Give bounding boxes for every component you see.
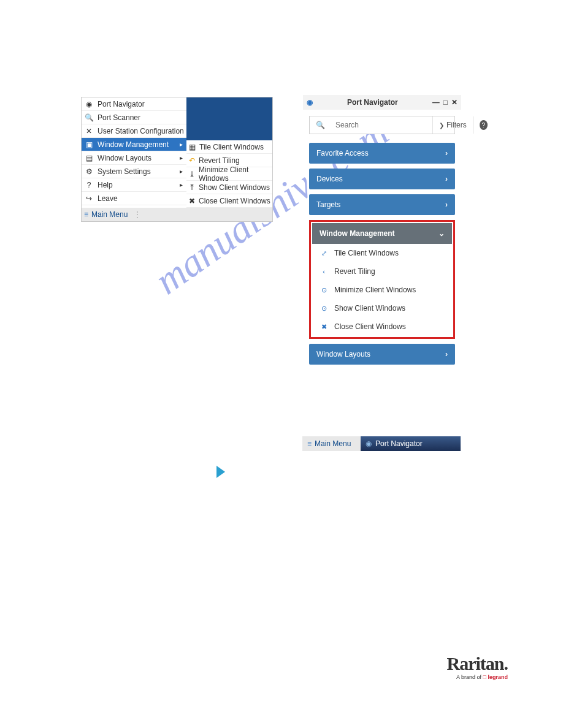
menu-item-user-station[interactable]: ✕ User Station Configuration (82, 124, 186, 138)
submenu-item-close[interactable]: ✖ Close Client Windows (186, 194, 272, 208)
wm-item-minimize[interactable]: ⊙ Minimize Client Windows (312, 281, 452, 299)
chevron-right-icon: ▸ (180, 154, 186, 161)
menu-item-window-management[interactable]: ▣ Window Management ▸ (82, 138, 186, 151)
section-label: Window Layouts (316, 350, 370, 358)
play-bullet-icon (216, 466, 225, 478)
layout-icon: ▤ (84, 154, 94, 162)
menu-item-leave[interactable]: ↪ Leave (82, 192, 186, 205)
chevron-right-icon: › (445, 149, 448, 157)
menu-item-port-navigator[interactable]: ◉ Port Navigator (82, 97, 186, 111)
menu-label: User Station Configuration (98, 127, 184, 135)
tile-icon: ⤢ (320, 249, 328, 257)
window-title: Port Navigator (316, 98, 429, 107)
compass-icon: ◉ (307, 98, 313, 107)
wm-item-revert[interactable]: ‹ Revert Tiling (312, 262, 452, 281)
submenu-label: Close Client Windows (199, 197, 270, 205)
close-icon: ✖ (189, 197, 195, 205)
show-icon: ⊙ (320, 305, 328, 313)
tile-icon: ▦ (189, 143, 196, 151)
search-icon[interactable]: 🔍 (310, 116, 331, 134)
taskbar-port-navigator[interactable]: ◉ Port Navigator (361, 436, 427, 451)
compass-icon: ◉ (84, 100, 94, 108)
wm-item-label: Minimize Client Windows (334, 286, 416, 294)
grip-icon: ⋮ (134, 210, 141, 219)
search-icon: 🔍 (84, 113, 94, 122)
menu-label: System Settings (98, 167, 151, 176)
submenu: ▦ Tile Client Windows ↶ Revert Tiling ⤓ … (186, 140, 272, 208)
section-label: Targets (316, 200, 340, 209)
wm-item-show[interactable]: ⊙ Show Client Windows (312, 299, 452, 317)
chevron-right-icon: › (445, 350, 448, 358)
main-menu-label: Main Menu (91, 210, 128, 219)
hamburger-icon: ≡ (307, 439, 311, 448)
window-management-box: Window Management ⌄ ⤢ Tile Client Window… (309, 220, 455, 339)
section-favorite-access[interactable]: Favorite Access › (309, 143, 455, 164)
minimize-icon: ⤓ (189, 170, 195, 178)
section-devices[interactable]: Devices › (309, 169, 455, 189)
revert-icon: ↶ (189, 156, 195, 165)
maximize-window-icon[interactable]: □ (443, 98, 448, 107)
close-window-icon[interactable]: ✕ (451, 98, 458, 107)
section-window-layouts[interactable]: Window Layouts › (309, 344, 455, 365)
menu-item-help[interactable]: ? Help ▸ (82, 178, 186, 192)
submenu-label: Show Client Windows (199, 183, 270, 192)
wm-item-label: Close Client Windows (334, 322, 406, 331)
search-input[interactable] (331, 116, 432, 134)
minimize-icon: ⊙ (320, 286, 328, 294)
wm-item-close[interactable]: ✖ Close Client Windows (312, 317, 452, 336)
search-bar: 🔍 ❯ Filters ? (309, 116, 455, 134)
chevron-right-icon: ▸ (180, 168, 186, 175)
chevron-down-icon: ⌄ (439, 229, 445, 238)
taskbar-main-menu[interactable]: ≡ Main Menu (302, 436, 361, 451)
port-navigator-window: ◉ Port Navigator — □ ✕ 🔍 ❯ Filters ? Fav… (303, 95, 461, 370)
taskbar-main-label: Main Menu (315, 439, 351, 448)
wm-item-tile[interactable]: ⤢ Tile Client Windows (312, 244, 452, 262)
menu-label: Window Layouts (98, 154, 151, 162)
exit-icon: ↪ (84, 194, 94, 203)
gear-icon: ⚙ (84, 167, 94, 176)
close-icon: ✖ (320, 323, 328, 331)
filters-button[interactable]: ❯ Filters (432, 116, 473, 134)
menu-label: Leave (98, 194, 118, 203)
submenu-item-tile[interactable]: ▦ Tile Client Windows (186, 140, 272, 154)
section-label: Favorite Access (316, 149, 369, 157)
filters-label: Filters (446, 121, 467, 129)
chevron-right-icon: ❯ (439, 122, 444, 129)
menu-item-window-layouts[interactable]: ▤ Window Layouts ▸ (82, 151, 186, 165)
submenu-label: Tile Client Windows (199, 143, 264, 151)
compass-icon: ◉ (366, 439, 372, 448)
chevron-left-icon: ‹ (320, 268, 328, 275)
submenu-item-show[interactable]: ⤒ Show Client Windows (186, 181, 272, 194)
help-button[interactable]: ? (473, 116, 494, 134)
brand-logo: Raritan. A brand of □ legrand (447, 653, 508, 680)
show-icon: ⤒ (189, 183, 195, 192)
hamburger-icon: ≡ (84, 210, 88, 219)
taskbar-nav-label: Port Navigator (375, 439, 423, 448)
section-label: Window Management (320, 229, 395, 238)
section-label: Devices (316, 175, 343, 183)
chevron-right-icon: ▸ (180, 181, 186, 188)
menu-item-port-scanner[interactable]: 🔍 Port Scanner (82, 111, 186, 124)
window-icon: ▣ (84, 140, 94, 149)
menu-label: Port Navigator (98, 100, 145, 108)
section-targets[interactable]: Targets › (309, 194, 455, 215)
wm-item-label: Revert Tiling (334, 267, 375, 276)
brand-subtitle: A brand of □ legrand (447, 674, 508, 680)
minimize-window-icon[interactable]: — (432, 98, 440, 107)
window-titlebar: ◉ Port Navigator — □ ✕ (303, 95, 461, 110)
help-icon: ? (84, 181, 94, 189)
chevron-right-icon: › (445, 175, 448, 183)
help-icon: ? (480, 120, 488, 130)
wm-item-label: Tile Client Windows (334, 249, 399, 257)
submenu-item-minimize[interactable]: ⤓ Minimize Client Windows (186, 167, 272, 181)
menu-label: Window Management (98, 140, 169, 149)
brand-name: Raritan. (447, 653, 508, 674)
section-window-management[interactable]: Window Management ⌄ (312, 223, 452, 244)
chevron-right-icon: ▸ (180, 141, 186, 148)
tools-icon: ✕ (84, 127, 94, 135)
taskbar: ≡ Main Menu ◉ Port Navigator (302, 436, 461, 451)
menu-label: Port Scanner (98, 113, 140, 122)
main-menu-header (186, 97, 272, 140)
menu-item-system-settings[interactable]: ⚙ System Settings ▸ (82, 165, 186, 178)
main-menu-bar[interactable]: ≡ Main Menu ⋮ (82, 208, 272, 221)
